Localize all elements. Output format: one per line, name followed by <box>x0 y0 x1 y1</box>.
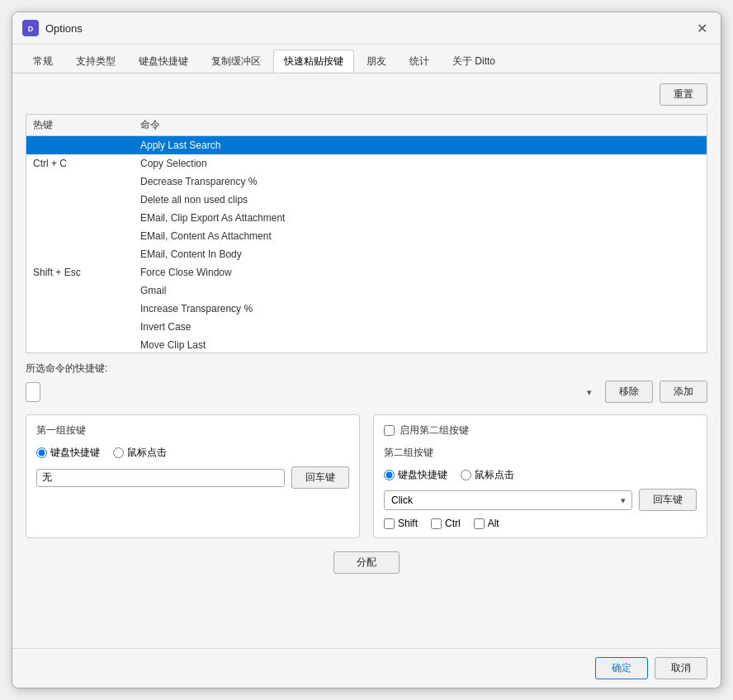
window-title: Options <box>45 22 83 35</box>
tab-about[interactable]: 关于 Ditto <box>442 50 506 73</box>
groups-row: 第一组按键 键盘快捷键 鼠标点击 回车键 <box>26 414 707 538</box>
header-command: 命令 <box>140 118 700 132</box>
reset-row: 重置 <box>26 83 707 106</box>
group1-radio-keyboard[interactable]: 键盘快捷键 <box>36 446 100 460</box>
table-row[interactable]: Gmail <box>26 281 707 300</box>
cancel-button[interactable]: 取消 <box>655 657 707 679</box>
title-bar: D Options ✕ <box>12 12 721 45</box>
tab-friends[interactable]: 朋友 <box>356 50 397 73</box>
close-button[interactable]: ✕ <box>693 19 711 37</box>
group1-radio-row: 键盘快捷键 鼠标点击 <box>36 446 349 460</box>
add-button[interactable]: 添加 <box>660 381 707 403</box>
group1-box: 第一组按键 键盘快捷键 鼠标点击 回车键 <box>26 414 360 538</box>
table-header: 热键 命令 <box>26 115 707 136</box>
table-body[interactable]: Apply Last Search Ctrl + C Copy Selectio… <box>26 136 707 352</box>
group2-ctrl-checkbox[interactable]: Ctrl <box>431 518 461 529</box>
table-row[interactable]: Decrease Transparency % <box>26 173 707 191</box>
tab-keyboard-shortcuts[interactable]: 键盘快捷键 <box>128 50 199 73</box>
footer: 确定 取消 <box>12 648 721 688</box>
group2-radio-mouse[interactable]: 鼠标点击 <box>461 468 514 482</box>
tab-support-types[interactable]: 支持类型 <box>65 50 126 73</box>
tab-general[interactable]: 常规 <box>22 50 64 73</box>
tab-bar: 常规 支持类型 键盘快捷键 复制缓冲区 快速粘贴按键 朋友 统计 关于 Ditt… <box>12 45 721 73</box>
group2-enable-label: 启用第二组按键 <box>400 423 469 438</box>
tab-stats[interactable]: 统计 <box>399 50 440 73</box>
group2-title: 第二组按键 <box>384 446 697 460</box>
group2-box: 启用第二组按键 第二组按键 键盘快捷键 鼠标点击 <box>373 414 707 538</box>
title-bar-left: D Options <box>22 20 83 36</box>
group2-shift-checkbox[interactable]: Shift <box>384 518 418 529</box>
assign-button[interactable]: 分配 <box>333 551 400 574</box>
group1-title: 第一组按键 <box>36 423 349 438</box>
table-row[interactable]: Delete all non used clips <box>26 191 707 209</box>
options-window: D Options ✕ 常规 支持类型 键盘快捷键 复制缓冲区 快速粘贴按键 朋… <box>12 12 721 688</box>
remove-button[interactable]: 移除 <box>605 381 653 403</box>
table-row[interactable]: Apply Last Search <box>26 136 707 154</box>
shortcut-row: 移除 添加 <box>26 381 707 403</box>
shortcut-section: 所选命令的快捷键: 移除 添加 <box>26 362 707 403</box>
group1-enter-button[interactable]: 回车键 <box>291 466 349 489</box>
shortcut-dropdown[interactable] <box>26 382 40 402</box>
group2-input-row: Click 回车键 <box>384 489 697 511</box>
group1-radio-mouse[interactable]: 鼠标点击 <box>113 446 167 460</box>
table-row[interactable]: EMail, Content In Body <box>26 245 707 263</box>
app-icon: D <box>22 20 39 36</box>
group2-alt-checkbox[interactable]: Alt <box>474 518 499 529</box>
group2-enter-button[interactable]: 回车键 <box>639 489 697 511</box>
shortcut-label: 所选命令的快捷键: <box>26 362 707 376</box>
svg-text:D: D <box>28 25 34 33</box>
tab-copy-buffer[interactable]: 复制缓冲区 <box>201 50 272 73</box>
reset-button[interactable]: 重置 <box>660 83 707 106</box>
assign-row: 分配 <box>26 551 707 574</box>
content-area: 重置 热键 命令 Apply Last Search Ctrl + C Copy… <box>12 73 721 648</box>
group2-radio-keyboard[interactable]: 键盘快捷键 <box>384 468 447 482</box>
table-row[interactable]: Shift + Esc Force Close Window <box>26 263 707 281</box>
group1-key-input[interactable] <box>36 469 285 487</box>
table-row[interactable]: EMail, Clip Export As Attachment <box>26 209 707 227</box>
group2-enable-row: 启用第二组按键 <box>384 423 697 438</box>
group2-modifier-row: Shift Ctrl Alt <box>384 518 697 529</box>
ok-button[interactable]: 确定 <box>595 657 648 679</box>
tab-quick-paste[interactable]: 快速粘贴按键 <box>273 50 354 73</box>
group2-key-dropdown[interactable]: Click <box>384 490 632 510</box>
shortcut-dropdown-wrapper <box>26 382 598 402</box>
table-row[interactable]: Ctrl + C Copy Selection <box>26 154 707 173</box>
header-hotkey: 热键 <box>33 118 140 132</box>
table-row[interactable]: Move Clip Last <box>26 336 707 352</box>
table-row[interactable]: Invert Case <box>26 318 707 336</box>
group2-dropdown-wrapper: Click <box>384 490 632 510</box>
group2-radio-row: 键盘快捷键 鼠标点击 <box>384 468 697 482</box>
table-row[interactable]: EMail, Content As Attachment <box>26 227 707 245</box>
table-row[interactable]: Increase Transparency % <box>26 300 707 318</box>
group1-input-row: 回车键 <box>36 466 349 489</box>
hotkey-table: 热键 命令 Apply Last Search Ctrl + C Copy Se… <box>26 114 707 353</box>
group2-enable-checkbox[interactable] <box>384 425 395 436</box>
